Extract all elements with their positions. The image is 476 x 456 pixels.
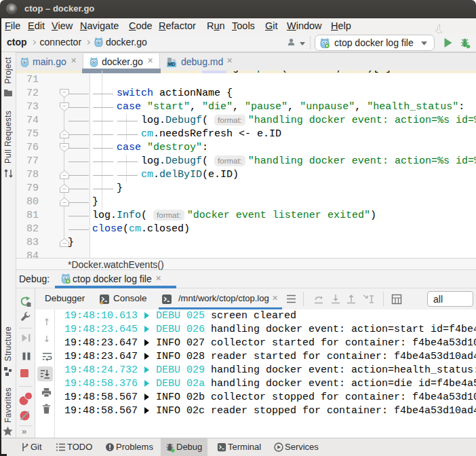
svg-text:MD: MD [168, 62, 176, 66]
